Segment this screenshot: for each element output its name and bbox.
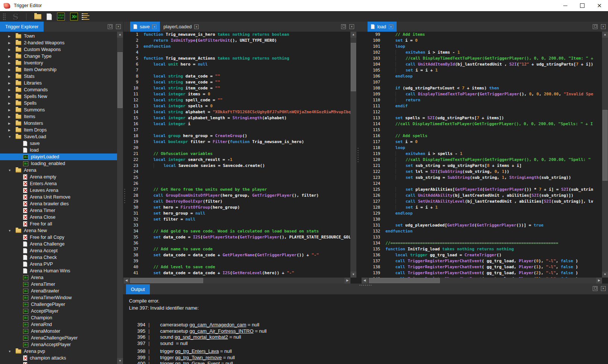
- tree-item[interactable]: champion attacks: [0, 355, 117, 361]
- tree-item[interactable]: Arena Unit Remove: [0, 194, 117, 200]
- close-tab-icon[interactable]: ×: [194, 25, 199, 29]
- tree-item[interactable]: ▶Custom Weapons: [0, 46, 117, 53]
- tree-item[interactable]: ▶Stats: [0, 73, 117, 80]
- identifier-link[interactable]: gg_trg_Town_remove: [175, 355, 222, 360]
- scroll-down-icon[interactable]: ▼: [602, 272, 608, 278]
- tree-item[interactable]: ArenaRnd: [0, 321, 117, 328]
- tree-item[interactable]: ▶Spells: [0, 100, 117, 107]
- script-file-button[interactable]: [70, 13, 78, 20]
- tree-item[interactable]: ArenaBrawler: [0, 288, 117, 294]
- tree-item[interactable]: ChallengePlayer: [0, 301, 117, 308]
- tree-item[interactable]: ▶Summons: [0, 107, 117, 113]
- close-panel-icon[interactable]: [601, 24, 606, 29]
- float-panel-icon[interactable]: [341, 24, 346, 29]
- right-code[interactable]: // Add items set i = 0 loop exitwhen i >…: [382, 32, 602, 278]
- tree-item[interactable]: ▼Arena: [0, 167, 117, 174]
- tree-item[interactable]: Arena Challenge: [0, 241, 117, 247]
- middle-hscrollbar[interactable]: ◀ ▶: [123, 278, 350, 284]
- chevron-down-icon[interactable]: ▼: [8, 169, 16, 172]
- tree-item[interactable]: ▶Change Type: [0, 53, 117, 60]
- tree-item[interactable]: ▶Monsters: [0, 120, 117, 127]
- chevron-down-icon[interactable]: ▼: [8, 229, 16, 232]
- splitter-grip[interactable]: [357, 147, 359, 164]
- tree-item[interactable]: Enters Arena: [0, 180, 117, 187]
- tree-item[interactable]: playerLoaded: [0, 153, 117, 160]
- splitter-grip[interactable]: [124, 188, 126, 205]
- identifier-link[interactable]: gg_trg_Grave_Event: [175, 361, 220, 364]
- new-folder-button[interactable]: [34, 14, 41, 19]
- chevron-right-icon[interactable]: ▶: [8, 55, 16, 58]
- chevron-right-icon[interactable]: ▶: [8, 102, 16, 105]
- scrollbar-thumb[interactable]: [130, 278, 203, 283]
- scrollbar-thumb[interactable]: [369, 278, 440, 283]
- tree-item[interactable]: Arena Check: [0, 254, 117, 261]
- scroll-left-icon[interactable]: ◀: [362, 278, 368, 284]
- tree-item[interactable]: Arena Close: [0, 214, 117, 221]
- scroll-right-icon[interactable]: ▶: [596, 278, 602, 284]
- close-button[interactable]: ×: [591, 0, 608, 11]
- tree-item[interactable]: ▶2-handed Weapons: [0, 39, 117, 46]
- tree-item[interactable]: ▶Item Drops: [0, 127, 117, 133]
- scroll-up-icon[interactable]: ▲: [117, 32, 123, 38]
- tree-item[interactable]: Free for all: [0, 221, 117, 227]
- splitter-grip[interactable]: [359, 284, 372, 286]
- tab-playerLoaded[interactable]: playerLoaded×: [160, 22, 202, 32]
- tree-item[interactable]: ▶Item Ownership: [0, 66, 117, 73]
- chevron-right-icon[interactable]: ▶: [8, 129, 16, 132]
- scroll-up-icon[interactable]: ▲: [602, 32, 608, 38]
- tree-item[interactable]: loading_enabled: [0, 160, 117, 167]
- tree-item[interactable]: Arena empty: [0, 174, 117, 180]
- scroll-down-icon[interactable]: ▼: [117, 358, 123, 364]
- tree-item[interactable]: Arena brawler dies: [0, 200, 117, 207]
- tree-item[interactable]: ArenaChallengePlayer: [0, 335, 117, 341]
- tree-item[interactable]: save: [0, 140, 117, 147]
- comment-list-button[interactable]: [83, 13, 89, 20]
- tree-item[interactable]: AcceptPlayer: [0, 308, 117, 314]
- chevron-right-icon[interactable]: ▶: [8, 61, 16, 65]
- tree-item[interactable]: ▶Inventory: [0, 60, 117, 66]
- middle-code[interactable]: function Trig_newsave_is_hero takes noth…: [141, 32, 350, 278]
- chevron-right-icon[interactable]: ▶: [8, 68, 16, 72]
- tree-item[interactable]: ▶Spells New: [0, 93, 117, 100]
- tree-item[interactable]: ▶Items: [0, 113, 117, 120]
- right-vscrollbar[interactable]: ▲ ▼: [602, 32, 608, 278]
- tree-item[interactable]: [0, 361, 117, 364]
- jass-scroll-icon[interactable]: S: [13, 13, 19, 21]
- minimize-button[interactable]: [557, 0, 574, 11]
- chevron-right-icon[interactable]: ▶: [8, 75, 16, 78]
- chevron-down-icon[interactable]: ▼: [8, 350, 16, 353]
- tree-item[interactable]: Champion: [0, 314, 117, 321]
- scrollbar-thumb[interactable]: [351, 43, 356, 91]
- scroll-down-icon[interactable]: ▼: [350, 272, 356, 278]
- tree-item[interactable]: load: [0, 147, 117, 153]
- binary-code-button[interactable]: [57, 13, 65, 20]
- identifier-link[interactable]: gg_snd_mortal_kombat2: [174, 334, 228, 340]
- tree-item[interactable]: ArenaMonster: [0, 328, 117, 335]
- tree-item[interactable]: Arena Accept: [0, 247, 117, 254]
- chevron-right-icon[interactable]: ▶: [8, 41, 16, 45]
- tab-output[interactable]: Output: [126, 284, 150, 294]
- explorer-scrollbar[interactable]: ▲ ▼: [117, 32, 123, 364]
- chevron-right-icon[interactable]: ▶: [8, 88, 16, 92]
- tab-save[interactable]: save×: [130, 22, 160, 32]
- close-panel-icon[interactable]: [349, 24, 354, 29]
- scroll-right-icon[interactable]: ▶: [344, 278, 350, 284]
- tree-item[interactable]: Free for all Copy: [0, 234, 117, 241]
- identifier-link[interactable]: gg_cam_Air_Fortress_INTRO: [189, 328, 253, 334]
- chevron-right-icon[interactable]: ▶: [8, 108, 16, 112]
- float-panel-icon[interactable]: [108, 24, 113, 29]
- middle-vscrollbar[interactable]: ▲ ▼: [350, 32, 356, 278]
- close-tab-icon[interactable]: ×: [152, 25, 157, 29]
- chevron-right-icon[interactable]: ▶: [8, 48, 16, 51]
- scroll-left-icon[interactable]: ◀: [123, 278, 129, 284]
- identifier-link[interactable]: gg_cam_Armagedon_cam: [189, 322, 246, 327]
- scrollbar-thumb[interactable]: [602, 110, 608, 181]
- new-document-button[interactable]: [47, 13, 52, 20]
- identifier-link[interactable]: gg_trg_Enters_Lava: [175, 348, 219, 354]
- tree-item[interactable]: ▼Save/Load: [0, 133, 117, 140]
- tree-item[interactable]: Arena: [0, 274, 117, 281]
- right-hscrollbar[interactable]: ◀ ▶: [362, 278, 602, 284]
- tree-item[interactable]: Leaves Arena: [0, 187, 117, 194]
- tree-item[interactable]: ▼Arena pvp: [0, 348, 117, 355]
- toolbar-grip-handle[interactable]: [3, 13, 6, 20]
